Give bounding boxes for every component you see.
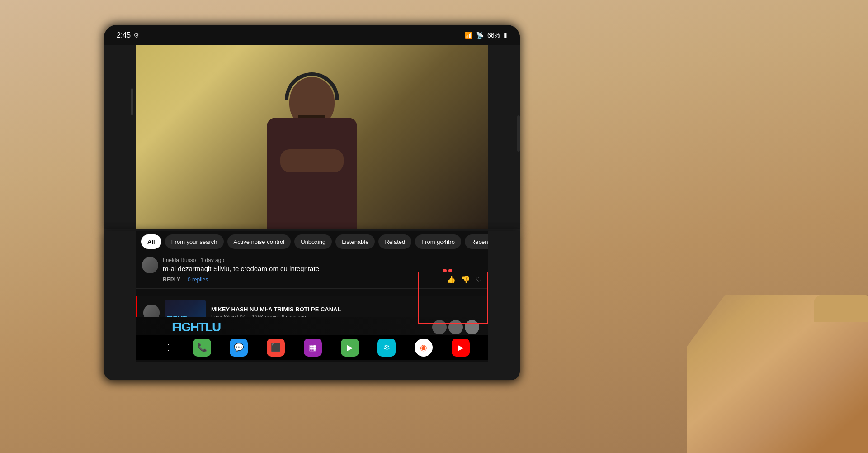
snowflake-app[interactable]: ❄ (377, 339, 396, 357)
avatar-small-3 (465, 320, 479, 334)
finger-tip (814, 295, 868, 322)
dot-2 (448, 269, 452, 272)
video-person (249, 68, 375, 231)
avatar-image (142, 257, 158, 273)
person-body (267, 118, 357, 231)
dislike-icon[interactable]: 👎 (461, 275, 470, 284)
video-player[interactable] (136, 45, 488, 231)
battery-icon: ▮ (504, 32, 507, 39)
person-hands (280, 149, 344, 172)
messages-app[interactable]: 💬 (230, 339, 248, 357)
reply-button[interactable]: REPLY (163, 277, 180, 283)
phone-app[interactable]: 📞 (193, 339, 211, 357)
signal-icon: 📡 (476, 32, 484, 39)
youtube-app[interactable]: ▶ (452, 339, 470, 357)
play-app[interactable]: ▶ (341, 339, 359, 357)
chip-recent[interactable]: Recent (465, 234, 488, 249)
settings-icon[interactable]: ⚙ (133, 32, 139, 39)
phone-device: 2:45 ⚙ 📶 📡 66% ▮ (104, 25, 520, 419)
grid-app[interactable]: ▦ (304, 339, 322, 357)
comment-actions: REPLY 0 replies 👍 👎 ♡ (163, 275, 482, 284)
avatar-strip (432, 320, 479, 334)
avatar-small-1 (432, 320, 447, 334)
live-indicator (443, 269, 452, 272)
chip-unboxing[interactable]: Unboxing (294, 234, 332, 249)
comment-avatar (142, 257, 158, 273)
avatar-small-2 (448, 320, 463, 334)
chip-related[interactable]: Related (378, 234, 411, 249)
comment-content: Imelda Russo · 1 day ago m-ai dezarmagit… (163, 257, 482, 284)
phone-left-button (131, 88, 133, 115)
battery-level: 66% (487, 32, 500, 39)
comment-author: Imelda Russo · 1 day ago (163, 257, 482, 263)
phone-right-button (517, 115, 520, 152)
time-display: 2:45 (117, 31, 131, 39)
apps-button[interactable]: ⋮⋮ (154, 338, 174, 358)
lower-screen: All From your search Active noise contro… (104, 231, 520, 380)
comment-text: m-ai dezarmagit Silviu, te credeam om cu… (163, 265, 482, 272)
chip-go4itro[interactable]: From go4itro (415, 234, 461, 249)
chip-listenable[interactable]: Listenable (335, 234, 375, 249)
filter-chips-bar: All From your search Active noise contro… (136, 231, 488, 253)
heart-icon[interactable]: ♡ (476, 275, 482, 284)
banner-text: FIGHTLU (136, 320, 220, 334)
wifi-icon: 📶 (465, 32, 472, 39)
bottom-nav-bar: ⋮⋮ 📞 💬 ⬛ ▦ ▶ ❄ ◉ ▶ (136, 335, 488, 360)
comment-section: Imelda Russo · 1 day ago m-ai dezarmagit… (136, 253, 488, 289)
thumbnail-strip: FIGHTLU (136, 317, 488, 337)
status-right: 📶 📡 66% ▮ (465, 32, 507, 39)
dot-1 (443, 269, 447, 272)
chip-noise-control[interactable]: Active noise control (227, 234, 291, 249)
chip-from-search[interactable]: From your search (165, 234, 224, 249)
chip-all[interactable]: All (141, 234, 161, 249)
like-icon[interactable]: 👍 (447, 275, 456, 284)
rec-title: MIKEY HASH NU MI-A TRIMIS BOTI PE CANAL (211, 306, 465, 313)
status-time: 2:45 ⚙ (117, 31, 139, 39)
flipboard-app[interactable]: ⬛ (267, 339, 285, 357)
chrome-app[interactable]: ◉ (415, 339, 433, 357)
status-bar: 2:45 ⚙ 📶 📡 66% ▮ (104, 25, 520, 45)
hand-area (665, 263, 868, 453)
hand-shape (687, 295, 868, 453)
lower-screen-content: All From your search Active noise contro… (136, 231, 488, 362)
comment-item: Imelda Russo · 1 day ago m-ai dezarmagit… (136, 253, 488, 289)
upper-screen: 2:45 ⚙ 📶 📡 66% ▮ (104, 25, 520, 233)
action-icons: 👍 👎 ♡ (447, 275, 482, 284)
replies-button[interactable]: 0 replies (188, 277, 208, 283)
